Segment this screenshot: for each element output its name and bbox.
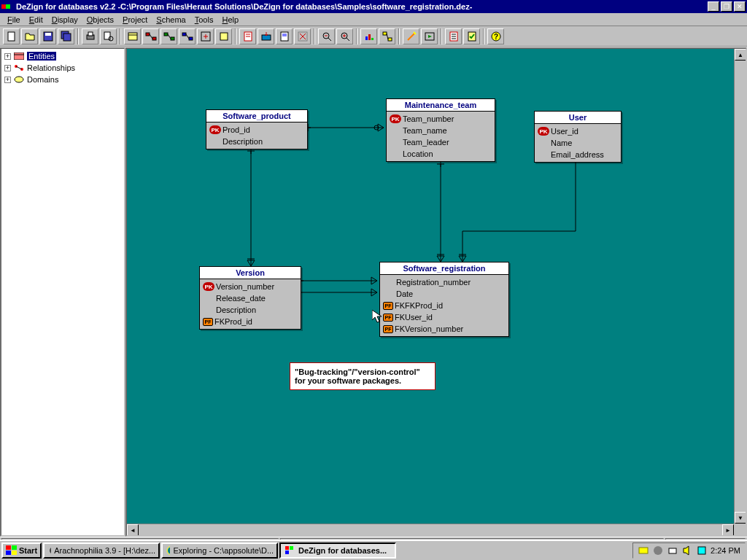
tool-entity-button[interactable] — [124, 28, 141, 44]
tool-export-button[interactable] — [258, 28, 274, 44]
menu-objects[interactable]: Objects — [82, 14, 118, 26]
entity-field[interactable]: Release_date — [203, 292, 298, 304]
menu-tools[interactable]: Tools — [190, 14, 218, 26]
horizontal-scrollbar[interactable]: ◄ ► — [127, 524, 734, 535]
svg-rect-65 — [12, 545, 17, 550]
menu-display[interactable]: Display — [47, 14, 82, 26]
tool-diagram-button[interactable] — [379, 28, 395, 44]
menu-schema[interactable]: Schema — [152, 14, 190, 26]
tree-item-entities[interactable]: + Entities — [3, 50, 123, 62]
entity-field[interactable]: Name — [538, 137, 618, 149]
svg-rect-76 — [669, 548, 676, 553]
close-button[interactable]: ✕ — [734, 1, 746, 12]
entity-software_registration[interactable]: Software_registrationRegistration_number… — [379, 262, 509, 337]
zoom-out-button[interactable] — [318, 28, 335, 44]
tray-icon[interactable] — [638, 545, 649, 556]
tool-wizard-button[interactable] — [403, 28, 419, 44]
zoom-in-button[interactable] — [336, 28, 353, 44]
tree-item-domains[interactable]: + Domains — [3, 74, 123, 85]
entity-field[interactable]: PKUser_id — [538, 125, 618, 137]
saveall-button[interactable] — [58, 28, 74, 44]
svg-rect-0 — [8, 32, 15, 41]
svg-rect-37 — [371, 38, 374, 40]
task-label: DeZign for databases... — [298, 546, 387, 555]
entity-field[interactable]: Email_address — [538, 149, 618, 160]
tool-chart-button[interactable] — [360, 28, 377, 44]
tool-run-button[interactable] — [421, 28, 438, 44]
scroll-down-button[interactable]: ▼ — [735, 512, 746, 524]
entity-maintenance_team[interactable]: Maintenance_teamPKTeam_numberTeam_nameTe… — [386, 98, 495, 162]
svg-rect-77 — [698, 547, 705, 554]
scroll-right-button[interactable]: ► — [722, 524, 734, 536]
tree-panel[interactable]: + Entities + Relationships + Domains — [0, 47, 125, 537]
entity-field[interactable]: Location — [390, 148, 492, 160]
minimize-button[interactable]: _ — [708, 1, 719, 12]
tool-relation2-button[interactable] — [160, 28, 177, 44]
note-box[interactable]: "Bug-tracking"/"version-control" for you… — [290, 362, 436, 390]
svg-rect-72 — [290, 546, 293, 550]
entity-field[interactable]: Description — [209, 136, 304, 147]
tool-script-button[interactable] — [239, 28, 256, 44]
scroll-left-button[interactable]: ◄ — [127, 524, 139, 536]
tool-check-button[interactable] — [294, 28, 311, 44]
svg-rect-9 — [128, 33, 137, 40]
expand-icon[interactable]: + — [4, 53, 11, 60]
entity-title: Software_registration — [380, 262, 508, 275]
menu-project[interactable]: Project — [118, 14, 152, 26]
vertical-scrollbar[interactable]: ▲ ▼ — [734, 49, 746, 524]
tray-icon[interactable] — [667, 545, 678, 556]
tray-icon[interactable] — [652, 545, 664, 556]
tree-item-relationships[interactable]: + Relationships — [3, 62, 123, 74]
entity-field[interactable]: PFFKFKProd_id — [383, 300, 506, 311]
fk-icon: PF — [203, 318, 213, 326]
tool-expand-button[interactable] — [197, 28, 214, 44]
tool-report-button[interactable] — [276, 28, 293, 44]
tray-icon[interactable] — [696, 545, 708, 556]
menu-edit[interactable]: Edit — [25, 14, 47, 26]
svg-line-40 — [387, 34, 388, 39]
entity-user[interactable]: UserPKUser_idNameEmail_address — [534, 111, 622, 163]
svg-rect-49 — [14, 52, 24, 60]
scroll-up-button[interactable]: ▲ — [735, 49, 746, 61]
start-button[interactable]: Start — [1, 542, 42, 559]
tool-validate-button[interactable] — [463, 28, 480, 44]
maximize-button[interactable]: ❐ — [721, 1, 732, 12]
entity-field[interactable]: PKProd_id — [209, 124, 304, 136]
entity-field[interactable]: Team_name — [390, 125, 492, 136]
diagram-canvas[interactable]: Software_productPKProd_idDescriptionMain… — [127, 49, 746, 535]
tool-relation1-button[interactable] — [142, 28, 159, 44]
help-button[interactable]: ? — [487, 28, 504, 44]
expand-icon[interactable]: + — [4, 65, 11, 71]
menu-file[interactable]: File — [3, 14, 25, 26]
entity-version[interactable]: VersionPKVersion_numberRelease_dateDescr… — [199, 266, 301, 330]
entity-field[interactable]: PFFKVersion_number — [383, 323, 506, 335]
preview-button[interactable] — [100, 28, 117, 44]
field-name: Description — [222, 137, 263, 146]
entity-software_product[interactable]: Software_productPKProd_idDescription — [206, 109, 308, 149]
new-button[interactable] — [3, 28, 20, 44]
entity-field[interactable]: PFFKUser_id — [383, 311, 506, 323]
save-button[interactable] — [39, 28, 56, 44]
tool-note-button[interactable] — [215, 28, 232, 44]
system-tray[interactable]: 2:24 PM — [632, 542, 746, 559]
expand-icon[interactable]: + — [4, 77, 11, 83]
entity-field[interactable]: PKVersion_number — [203, 281, 298, 292]
svg-point-68 — [50, 547, 51, 554]
entity-field[interactable]: Date — [383, 288, 506, 300]
tool-props-button[interactable] — [445, 28, 462, 44]
svg-text:?: ? — [493, 33, 498, 41]
task-explorer[interactable]: Exploring - C:\appsolute\D... — [161, 542, 278, 559]
svg-line-34 — [347, 38, 349, 41]
menu-help[interactable]: Help — [217, 14, 243, 26]
entity-field[interactable]: PKTeam_number — [390, 113, 492, 125]
tool-relation3-button[interactable] — [179, 28, 196, 44]
entity-field[interactable]: Team_leader — [390, 136, 492, 148]
print-button[interactable] — [82, 28, 98, 44]
task-arachnophilia[interactable]: Arachnophilia 3.9 - [H:\dez... — [43, 542, 160, 559]
open-button[interactable] — [21, 28, 38, 44]
task-dezign[interactable]: DeZign for databases... — [279, 542, 396, 559]
tray-icon[interactable] — [681, 545, 693, 556]
entity-field[interactable]: Registration_number — [383, 276, 506, 288]
entity-field[interactable]: Description — [203, 304, 298, 316]
entity-field[interactable]: PFFKProd_id — [203, 316, 298, 327]
